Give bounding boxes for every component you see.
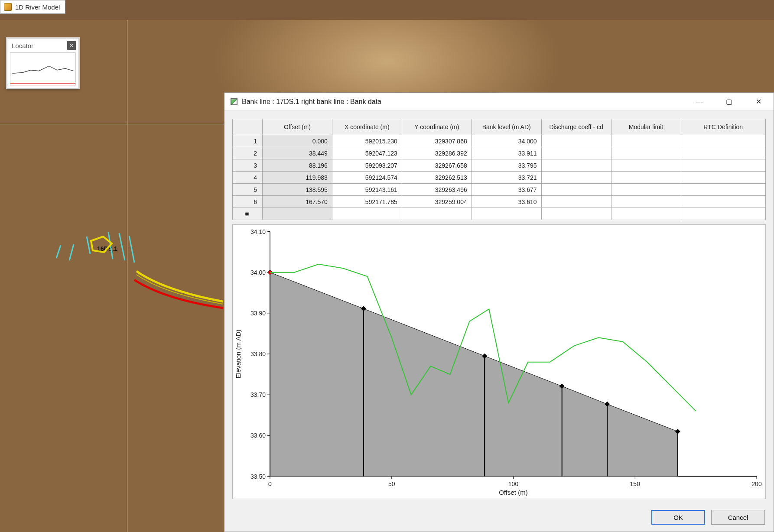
col-dc[interactable]: Discharge coeff - cd	[541, 119, 611, 135]
svg-text:34.00: 34.00	[250, 269, 266, 276]
table-row[interactable]: 10.000592015.230329307.86834.000	[233, 135, 766, 147]
col-x[interactable]: X coordinate (m)	[332, 119, 402, 135]
maximize-button[interactable]: ▢	[716, 93, 741, 110]
col-level[interactable]: Bank level (m AD)	[472, 119, 541, 135]
locator-thumbnail[interactable]	[10, 52, 76, 85]
svg-text:Offset (m): Offset (m)	[499, 489, 527, 496]
col-offset[interactable]: Offset (m)	[262, 119, 332, 135]
bank-data-table[interactable]: Offset (m) X coordinate (m) Y coordinate…	[232, 119, 766, 220]
locator-panel: Locator ✕	[6, 37, 80, 89]
river-geometry	[52, 228, 225, 315]
bank-data-dialog: Bank line : 17DS.1 right bank line : Ban…	[224, 92, 774, 532]
minimize-button[interactable]: —	[687, 93, 712, 110]
svg-line-1	[69, 244, 74, 260]
dialog-icon	[231, 98, 237, 105]
map-node-label: 16DS.1	[97, 245, 117, 252]
cancel-button[interactable]: Cancel	[711, 510, 765, 525]
svg-text:Elevation (m AD): Elevation (m AD)	[234, 330, 242, 379]
table-new-row[interactable]: ✱	[233, 208, 766, 220]
svg-text:0: 0	[268, 480, 272, 487]
app-icon	[4, 3, 12, 11]
table-row[interactable]: 5138.595592143.161329263.49633.677	[233, 184, 766, 196]
svg-line-0	[56, 245, 61, 258]
svg-text:150: 150	[630, 480, 641, 487]
close-button[interactable]: ✕	[746, 93, 771, 110]
svg-text:33.60: 33.60	[250, 432, 266, 439]
svg-text:200: 200	[751, 480, 762, 487]
svg-text:33.50: 33.50	[250, 473, 266, 480]
svg-text:33.70: 33.70	[250, 391, 266, 398]
svg-line-5	[129, 236, 134, 263]
dialog-title: Bank line : 17DS.1 right bank line : Ban…	[242, 98, 683, 106]
elevation-chart[interactable]: 05010015020033.5033.6033.7033.8033.9034.…	[232, 224, 766, 499]
col-y[interactable]: Y coordinate (m)	[402, 119, 472, 135]
svg-line-2	[87, 237, 90, 254]
table-row[interactable]: 388.196592093.207329267.65833.795	[233, 159, 766, 172]
svg-text:33.90: 33.90	[250, 310, 266, 317]
locator-close-button[interactable]: ✕	[67, 41, 76, 50]
svg-text:50: 50	[388, 480, 395, 487]
svg-text:33.80: 33.80	[250, 350, 266, 357]
svg-text:100: 100	[508, 480, 519, 487]
table-header-row: Offset (m) X coordinate (m) Y coordinate…	[233, 119, 766, 135]
col-rtc[interactable]: RTC Definition	[681, 119, 766, 135]
col-ml[interactable]: Modular limit	[611, 119, 681, 135]
app-titlebar: 1D River Model	[0, 0, 65, 14]
svg-line-4	[119, 233, 125, 260]
table-row[interactable]: 6167.570592171.785329259.00433.610	[233, 196, 766, 208]
table-row[interactable]: 4119.983592124.574329262.51333.721	[233, 172, 766, 184]
ok-button[interactable]: OK	[651, 510, 705, 525]
dialog-titlebar[interactable]: Bank line : 17DS.1 right bank line : Ban…	[224, 93, 774, 111]
table-row[interactable]: 238.449592047.123329286.39233.911	[233, 147, 766, 159]
locator-title: Locator	[12, 42, 33, 49]
svg-text:34.10: 34.10	[250, 228, 266, 235]
map-crosshair-vertical	[127, 20, 127, 532]
app-title: 1D River Model	[15, 3, 60, 11]
